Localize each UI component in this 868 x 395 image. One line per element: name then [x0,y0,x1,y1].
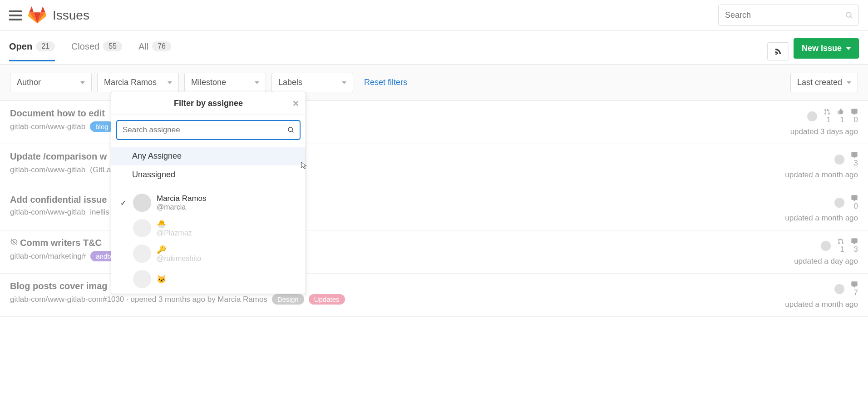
chevron-down-icon [80,81,85,84]
user-name: 🐱 [157,275,166,284]
issue-updated: updated a month ago [767,214,858,223]
chevron-down-icon [846,47,851,50]
svg-point-11 [842,243,843,244]
check-icon: ✓ [118,199,128,207]
svg-point-4 [825,110,826,111]
page-title: Issues [53,8,89,23]
search-input[interactable] [718,5,859,26]
tab-closed-label: Closed [71,41,99,52]
issue-stats: 0 [767,195,858,211]
assignee-avatar[interactable] [834,155,844,165]
issue-stats: 1 1 0 [767,108,858,125]
filter-assignee-label: Marcia Ramos [104,78,157,87]
assignee-avatar[interactable] [834,198,844,208]
issue-tabs-row: Open 21 Closed 55 All 76 New Issue [0,31,868,65]
search-icon [845,11,853,20]
assignee-avatar[interactable] [821,241,831,251]
issue-stats: 1 3 [767,238,858,254]
user-handle: @marcia [157,203,207,211]
svg-line-1 [850,16,852,18]
cursor-icon [301,162,307,170]
mr-count: 1 [824,108,831,125]
svg-point-0 [846,12,851,17]
tab-closed[interactable]: Closed 55 [71,41,122,61]
tab-open-count: 21 [36,41,55,51]
new-issue-label: New Issue [802,44,842,53]
dropdown-user-item[interactable]: 🐣 @Plazmaz [111,215,306,241]
rss-button[interactable] [767,42,789,60]
user-handle: @Plazmaz [157,229,192,237]
hamburger-menu-icon[interactable] [9,10,22,20]
sort-label: Last created [797,78,842,87]
filter-author-label: Author [17,78,41,87]
avatar [133,194,151,212]
issue-ref: gitlab-com/marketing# [10,252,86,261]
issue-stats: 3 [767,151,858,168]
label-pill[interactable]: Design [272,294,304,305]
issue-ref: gitlab-com/www-gitlab [10,122,85,131]
rss-icon [774,47,782,55]
dropdown-any-assignee[interactable]: Any Assignee [111,147,306,165]
dropdown-user-item[interactable]: 🔑 @rukimeshito [111,241,306,266]
dropdown-unassigned[interactable]: Unassigned [111,165,306,184]
new-issue-button[interactable]: New Issue [794,38,859,59]
filter-bar: Author Marcia Ramos Milestone Labels Res… [0,65,868,101]
tab-all-label: All [138,41,148,52]
comment-count: 0 [851,195,858,211]
user-name: Marcia Ramos [157,194,207,203]
chevron-down-icon [255,81,259,84]
user-name: 🔑 [157,245,201,255]
avatar [133,270,151,288]
reset-filters-link[interactable]: Reset filters [364,78,407,87]
dropdown-user-item[interactable]: ✓ Marcia Ramos @marcia [111,190,306,215]
filter-milestone[interactable]: Milestone [184,73,266,92]
dropdown-header: Filter by assignee ✕ [111,92,306,115]
search-icon [287,126,295,134]
top-header: Issues [0,0,868,31]
chevron-down-icon [847,81,851,84]
comment-count: 0 [851,108,858,125]
assignee-dropdown: Filter by assignee ✕ Any Assignee Unassi… [111,92,306,294]
filter-milestone-label: Milestone [191,78,226,87]
thumbs-count: 1 [837,108,844,125]
close-icon[interactable]: ✕ [292,99,299,109]
filter-labels-label: Labels [278,78,302,87]
global-search [718,5,859,26]
filter-labels[interactable]: Labels [271,73,353,92]
gitlab-logo-icon[interactable] [28,6,46,25]
confidential-icon [10,238,18,246]
filter-assignee[interactable]: Marcia Ramos [97,73,179,92]
mr-count: 1 [837,238,844,254]
dropdown-user-item[interactable]: 🐱 [111,266,306,292]
svg-point-10 [838,243,840,244]
svg-point-5 [825,113,826,115]
label-pill[interactable]: blog [90,121,113,132]
chevron-down-icon [168,81,172,84]
issue-ref: gitlab-com/www-gitlab-com#1030 · opened … [10,295,267,304]
tab-closed-count: 55 [103,41,122,51]
svg-line-3 [292,131,293,132]
svg-point-2 [288,127,292,131]
svg-point-9 [838,239,840,240]
tab-all[interactable]: All 76 [138,41,171,61]
sort-dropdown[interactable]: Last created [790,73,858,92]
user-handle: @rukimeshito [157,255,201,263]
issue-stats: 7 [767,281,858,297]
comment-count: 3 [851,151,858,168]
dropdown-title: Filter by assignee [174,99,243,108]
chevron-down-icon [342,81,346,84]
tab-open-label: Open [9,41,32,52]
issue-ref: gitlab-com/www-gitlab [10,208,85,217]
filter-author[interactable]: Author [10,73,92,92]
assignee-avatar[interactable] [834,284,844,294]
issue-ref: gitlab-com/www-gitlab [10,165,85,175]
svg-point-6 [829,113,830,115]
label-pill[interactable]: Updates [309,294,345,305]
divider [117,187,300,187]
tab-open[interactable]: Open 21 [9,41,55,61]
assignee-search-input[interactable] [117,120,300,140]
assignee-avatar[interactable] [807,111,817,121]
issue-updated: updated a month ago [767,170,858,180]
issue-updated: updated 3 days ago [767,127,858,136]
comment-count: 3 [851,238,858,254]
